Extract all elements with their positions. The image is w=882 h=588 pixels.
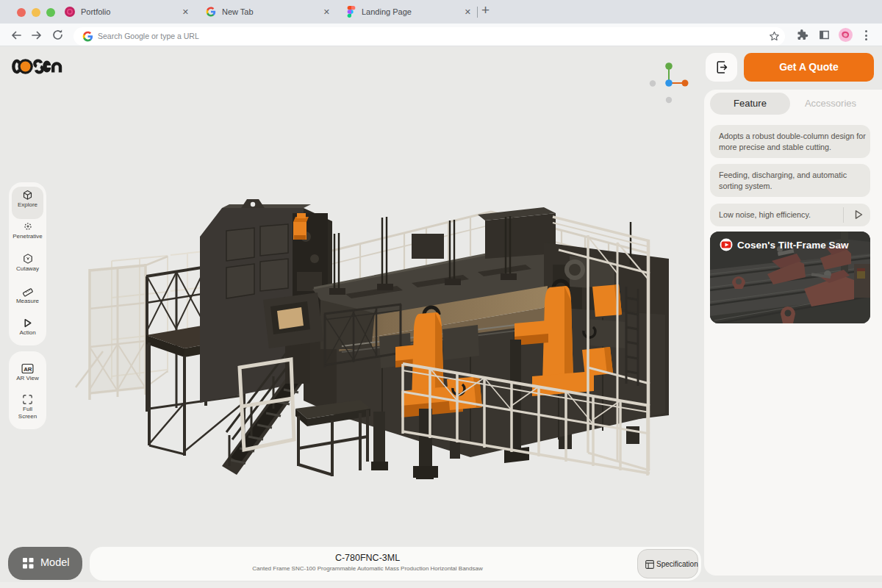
svg-text:AR: AR: [24, 366, 32, 373]
svg-text:Cosen's Tilt-Frame Saw: Cosen's Tilt-Frame Saw: [737, 240, 849, 251]
